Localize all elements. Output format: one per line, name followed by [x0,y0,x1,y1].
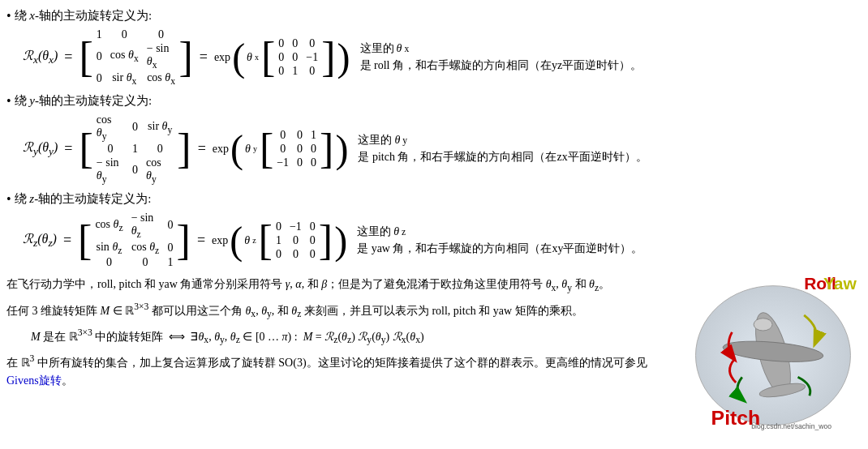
ry-matrix-grid: cos θy 0 sir θy 0 1 0 − sin θy 0 cos θy [93,112,177,186]
bullet-x: • [6,8,11,24]
rz-exp-10: 1 [276,234,281,247]
ry-cell-02: sir θy [148,120,172,135]
exp-text-rz: exp [212,234,228,247]
rx-matrix-wrap: [ 1 0 0 0 cos θx − sin θx 0 sir θx cos θ… [79,27,193,88]
rx-exp-20: 0 [278,65,284,78]
rz-cell-00: cos θz [95,218,122,233]
theta-x-exp: θ [247,51,252,64]
ry-cell-21: 0 [132,164,138,177]
paren-right-rz: ) [334,221,347,260]
bracket-right-ry: ] [177,128,191,170]
rz-exp-matrix-wrap: [ 0 −1 0 1 0 0 0 0 0 [259,219,333,263]
ry-exp-11: 0 [297,143,303,156]
matrix-eq-y: ℛy(θy) = [ cos θy 0 sir θy 0 1 0 − sin θ… [23,112,675,186]
svg-point-2 [754,319,772,331]
eq3: = [64,140,72,157]
ry-cell-01: 0 [132,121,138,134]
ry-exp-20: −1 [277,156,289,169]
math-block-y: ℛy(θy) = [ cos θy 0 sir θy 0 1 0 − sin θ… [23,112,675,186]
rx-cell-02: 0 [158,28,164,41]
rpy-svg: Roll Yaw Pitch blog.csdn.net/sachin_woo [685,263,860,433]
paren-right-rx: ) [337,38,350,77]
rz-cell-10: sin θz [97,241,122,256]
page-container: • 绕 x-轴的主动旋转定义为: ℛx(θx) = [ 1 [0,0,868,449]
rx-cell-01: 0 [122,28,127,41]
content-left: • 绕 x-轴的主动旋转定义为: ℛx(θx) = [ 1 [6,8,683,441]
section-z-axis: • 绕 z-轴的主动旋转定义为: ℛz(θz) = [ cos θz − sin [6,191,675,272]
paren-left-ry: ( [230,130,243,169]
exp-inner-ry: θy [ 0 0 1 0 0 0 −1 [245,127,333,171]
math-block-z: ℛz(θz) = [ cos θz − sin θz 0 sin θz cos … [23,210,675,272]
rz-exp-22: 0 [310,248,316,261]
rx-matrix-grid: 1 0 0 0 cos θx − sin θx 0 sir θx cos θx [93,27,179,88]
matrix-eq-z: ℛz(θz) = [ cos θz − sin θz 0 sin θz cos … [23,210,675,272]
exp-text-rx: exp [214,51,230,64]
ry-cell-10: 0 [107,143,113,156]
ry-label: ℛy(θy) [23,139,58,158]
theta-y-exp: θ [245,143,251,156]
rz-matrix-grid: cos θz − sin θz 0 sin θz cos θz 0 0 0 1 [92,210,176,272]
ry-cell-20: − sin θy [97,156,124,185]
ry-exp-10: 0 [280,143,286,156]
rz-description: 这里的 θz 是 yaw 角，和右手螺旋的方向相同（在xy平面逆时针）。 [357,224,675,256]
rz-label: ℛz(θz) [23,231,57,250]
bracket-left-rz-exp: [ [259,220,273,262]
rx-exp-02: 0 [309,37,315,50]
exp-text-ry: exp [213,143,229,156]
rz-exp-matrix-grid: 0 −1 0 1 0 0 0 0 0 [273,219,319,263]
matrix-eq-x: ℛx(θx) = [ 1 0 0 0 cos θx − sin θx [23,27,675,88]
bracket-right-ry-exp: ] [320,128,333,170]
rz-exp-21: 0 [293,248,299,261]
ry-exp-matrix-grid: 0 0 1 0 0 0 −1 0 0 [273,127,320,171]
eq5: = [63,232,71,249]
rx-cell-22: cos θx [147,71,175,87]
rz-exp-02: 0 [310,220,316,233]
ry-exp-12: 0 [311,143,316,156]
bullet-line-x: • 绕 x-轴的主动旋转定义为: [6,8,675,24]
ry-cell-11: 1 [132,143,138,156]
rx-cell-21: sir θx [112,71,136,87]
bullet-y: • [6,93,11,109]
paren-right-ry: ) [335,130,348,169]
rx-exp-00: 0 [278,37,284,50]
rx-exp-wrap: exp ( θx [ 0 0 0 0 0 [214,36,350,79]
math-block-x: ℛx(θx) = [ 1 0 0 0 cos θx − sin θx [23,27,675,88]
formula-paragraph: M 是在 ℝ3×3 中的旋转矩阵 ⟺ ∃θx, θy, θz ∈ [0 … π)… [31,326,675,349]
rpy-diagram-section: Roll Yaw Pitch blog.csdn.net/sachin_woo [683,8,862,441]
section-title-y: 绕 y-轴的主动旋转定义为: [15,93,153,109]
rx-exp-01: 0 [292,37,298,50]
eq6: = [197,232,205,249]
rz-exp-11: 0 [293,234,299,247]
ry-description: 这里的 θy 是 pitch 角，和右手螺旋的方向相同（在zx平面逆时针）。 [358,133,675,165]
exp-inner-rx: θx [ 0 0 0 0 0 −1 0 [247,36,335,79]
rx-cell-00: 1 [97,28,102,41]
ry-cell-22: cos θy [146,156,174,185]
rx-cell-11: cos θx [110,49,139,64]
rx-description: 这里的 θx 是 roll 角，和右手螺旋的方向相同（在yz平面逆时针）。 [360,41,675,73]
ry-exp-21: 0 [297,156,303,169]
bullet-line-z: • 绕 z-轴的主动旋转定义为: [6,191,675,207]
bullet-z: • [6,191,11,207]
section-y-axis: • 绕 y-轴的主动旋转定义为: ℛy(θy) = [ cos θy 0 [6,93,675,186]
paragraph-3: 在 ℝ3 中所有旋转的集合，加上复合运算形成了旋转群 SO(3)。这里讨论的矩阵… [6,352,675,390]
paragraph-1: 在飞行动力学中，roll, pitch 和 yaw 角通常分别采用符号 γ, α… [6,276,675,296]
section-title-x: 绕 x-轴的主动旋转定义为: [15,8,153,24]
paren-left-rx: ( [232,38,245,77]
rz-exp-wrap: exp ( θz [ 0 −1 0 1 0 [212,219,347,263]
rz-cell-12: 0 [168,242,174,254]
rz-cell-22: 1 [168,256,174,269]
bracket-right-rz-exp: ] [319,220,333,262]
bracket-left-rx: [ [79,36,93,79]
bracket-left-rx-exp: [ [261,36,275,79]
sub-x-exp: x [255,53,259,62]
theta-z-exp: θ [244,234,250,247]
givens-link[interactable]: Givens旋转 [6,374,62,387]
ry-cell-12: 0 [157,143,163,156]
eq2: = [200,49,208,66]
rz-cell-01: − sin θz [131,212,160,240]
rz-cell-11: cos θz [131,241,159,256]
rz-cell-02: 0 [168,219,174,232]
exp-inner-rz: θz [ 0 −1 0 1 0 0 0 [244,219,333,263]
section-x-axis: • 绕 x-轴的主动旋转定义为: ℛx(θx) = [ 1 [6,8,675,88]
section-title-z: 绕 z-轴的主动旋转定义为: [15,191,152,207]
